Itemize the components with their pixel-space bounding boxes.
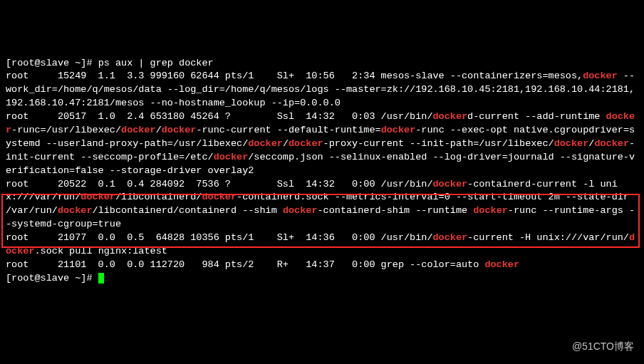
terminal-output: [root@slave ~]# ps aux | grep docker roo… [6,57,638,286]
ps-line-docker-pull: root 21077 0.0 0.5 64828 10356 pts/1 Sl+… [6,232,635,256]
command-text: ps aux | grep docker [98,58,214,68]
docker-keyword: docker [554,138,589,149]
docker-keyword: docker [473,205,508,216]
docker-keyword: docker [433,179,468,189]
docker-keyword: docker [162,125,197,135]
ps-line-mesos: root 15249 1.1 3.3 999160 62644 pts/1 Sl… [6,71,635,108]
shell-prompt: [root@slave ~]# [6,58,98,68]
docker-keyword: docker [381,125,416,135]
docker-keyword: docker [248,138,283,149]
docker-keyword: docker [58,205,93,216]
ps-line-dockerd: root 20517 1.0 2.4 653180 45264 ? Ssl 14… [6,111,635,176]
docker-keyword: docker [80,192,115,202]
docker-keyword: docker [121,125,156,135]
docker-keyword: docker [433,111,468,122]
docker-keyword: docker [289,138,323,149]
cursor-icon[interactable] [98,273,104,284]
shell-prompt[interactable]: [root@slave ~]# [6,273,98,284]
docker-keyword: docker [214,152,249,162]
ps-line-grep: root 21101 0.0 0.0 112720 984 pts/2 R+ 1… [6,259,519,270]
docker-keyword: docker [283,205,318,216]
watermark-text: @51CTO博客 [572,340,634,354]
ps-line-containerd: root 20522 0.1 0.4 284092 7536 ? Ssl 14:… [6,179,635,230]
docker-keyword: docker [484,259,519,270]
docker-keyword: docker [202,192,237,202]
docker-keyword: docker [583,71,618,81]
docker-keyword: docker [594,138,629,149]
docker-keyword: docker [433,232,468,243]
